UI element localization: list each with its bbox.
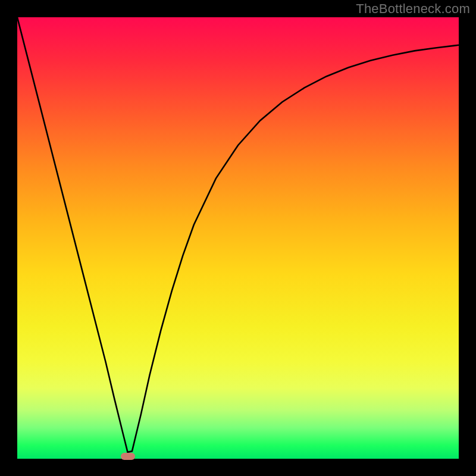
watermark-text: TheBottleneck.com — [356, 1, 470, 17]
outer-frame: TheBottleneck.com — [0, 0, 476, 476]
bottleneck-curve — [17, 17, 459, 452]
curve-svg — [17, 17, 459, 459]
optimal-point-marker — [121, 453, 135, 460]
